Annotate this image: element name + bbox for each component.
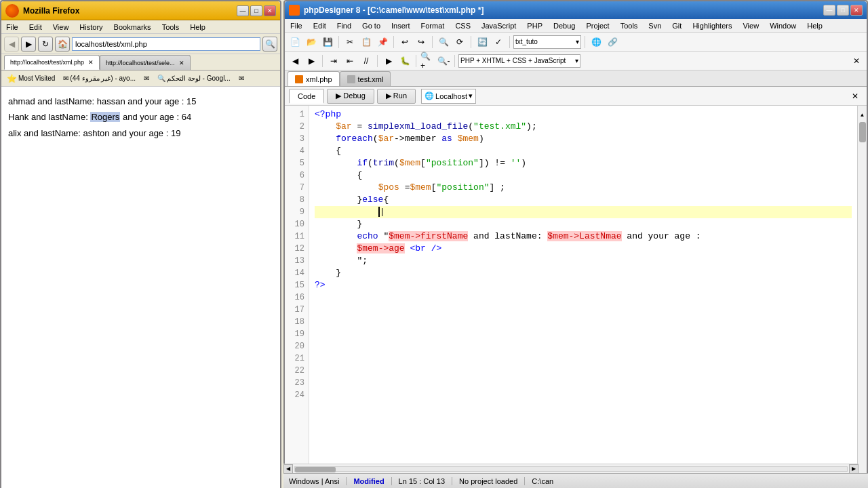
code-content[interactable]: <?php $ar = simplexml_load_file("test.xm… xyxy=(309,106,857,472)
email2-icon: ✉ xyxy=(144,75,149,82)
bookmark-email-1[interactable]: ✉ (44 غير مقروء) - ayo... xyxy=(60,72,138,85)
scroll-thumb-h[interactable] xyxy=(295,467,336,472)
php-menu-view[interactable]: View xyxy=(740,21,762,30)
paste-button[interactable]: 📌 xyxy=(375,35,390,49)
code-view-button[interactable]: Code xyxy=(289,89,324,104)
cut-button[interactable]: ✂ xyxy=(342,35,357,49)
php-close-button[interactable]: ✕ xyxy=(850,5,863,16)
close-panel-button[interactable]: ✕ xyxy=(849,54,864,68)
php-menu-help[interactable]: Help xyxy=(804,21,825,30)
find-button[interactable]: 🔍 xyxy=(436,35,451,49)
ff-tab-1[interactable]: http://localhost/test/xml.php ✕ xyxy=(4,55,100,70)
line-number-2: 2 xyxy=(289,121,304,133)
line-number-14: 14 xyxy=(289,267,304,279)
ff-tab-2-close[interactable]: ✕ xyxy=(179,60,184,66)
php-menu-php[interactable]: PHP xyxy=(524,21,545,30)
outdent-button[interactable]: ⇤ xyxy=(342,54,357,68)
php-menu-debug[interactable]: Debug xyxy=(551,21,578,30)
phpdesigner-statusbar: Windows | Ansi Modified Ln 15 : Col 13 N… xyxy=(283,473,868,488)
php-menu-insert[interactable]: Insert xyxy=(389,21,413,30)
code-line-1: <?php xyxy=(315,108,852,121)
php-menu-tools[interactable]: Tools xyxy=(618,21,641,30)
ff-tab-2[interactable]: http://localhost/test/sele... ✕ xyxy=(100,55,191,70)
horizontal-scrollbar[interactable]: ◀ ▶ xyxy=(283,464,859,473)
ff-maximize-button[interactable]: □ xyxy=(250,5,262,16)
php-menu-format[interactable]: Format xyxy=(418,21,448,30)
indent-button[interactable]: ⇥ xyxy=(326,54,341,68)
browser-button[interactable]: 🔗 xyxy=(605,35,620,49)
phpdesigner-title: phpDesigner 8 - [C:\camel\www\test\xml.p… xyxy=(304,5,823,15)
ff-minimize-button[interactable]: — xyxy=(237,5,249,16)
line-number-9: 9 xyxy=(289,206,304,218)
code-line-20: "; xyxy=(315,255,852,267)
php-menu-highlighters[interactable]: Highlighters xyxy=(690,21,734,30)
run-view-button[interactable]: ▶ Run xyxy=(377,89,416,104)
phpdesigner-toolbar1: 📄 📂 💾 ✂ 📋 📌 ↩ ↪ 🔍 ⟳ 🔄 ✓ txt_tuto ▾ 🌐 🔗 xyxy=(285,33,867,52)
ff-menu-history[interactable]: History xyxy=(77,22,104,32)
bookmark-email-3[interactable]: ✉ xyxy=(236,72,247,85)
php-menu-git[interactable]: Git xyxy=(669,21,684,30)
debug-button[interactable]: 🐛 xyxy=(397,54,412,68)
php-menu-file[interactable]: File xyxy=(288,21,305,30)
bookmark-email-2[interactable]: ✉ xyxy=(141,72,152,85)
php-menu-edit[interactable]: Edit xyxy=(311,21,329,30)
php-minimize-button[interactable]: — xyxy=(823,5,835,16)
ff-menu-file[interactable]: File xyxy=(4,22,20,32)
scroll-track[interactable] xyxy=(294,466,848,472)
run-script-button[interactable]: ▶ xyxy=(381,54,396,68)
bookmark-most-visited[interactable]: ⭐ Most Visited xyxy=(4,72,58,85)
zoom-out-button[interactable]: 🔍- xyxy=(436,54,451,68)
php-maximize-button[interactable]: □ xyxy=(837,5,849,16)
zoom-in-button[interactable]: 🔍+ xyxy=(420,54,435,68)
ff-menu-tools[interactable]: Tools xyxy=(160,22,182,32)
open-file-button[interactable]: 📂 xyxy=(304,35,319,49)
ftp-button[interactable]: 🌐 xyxy=(589,35,604,49)
line-number-7: 7 xyxy=(289,182,304,194)
php-menu-find[interactable]: Find xyxy=(334,21,354,30)
undo-button[interactable]: ↩ xyxy=(397,35,412,49)
ff-menu-view[interactable]: View xyxy=(51,22,71,32)
ff-home-button[interactable]: 🏠 xyxy=(55,37,70,52)
scroll-thumb[interactable] xyxy=(859,122,866,142)
new-file-button[interactable]: 📄 xyxy=(288,35,302,49)
refresh-button[interactable]: 🔄 xyxy=(475,35,490,49)
scroll-up-button[interactable]: ▲ xyxy=(855,107,867,122)
validate-button[interactable]: ✓ xyxy=(491,35,506,49)
redo-button[interactable]: ↪ xyxy=(414,35,429,49)
ff-menu-edit[interactable]: Edit xyxy=(27,22,44,32)
back-button[interactable]: ◀ xyxy=(288,54,302,68)
php-tab-xml[interactable]: xml.php xyxy=(288,71,340,86)
scroll-right-button[interactable]: ▶ xyxy=(849,464,859,474)
close-code-panel-button[interactable]: ✕ xyxy=(848,89,863,104)
ff-forward-button[interactable]: ▶ xyxy=(21,37,36,52)
php-menu-project[interactable]: Project xyxy=(583,21,612,30)
php-menu-css[interactable]: CSS xyxy=(452,21,473,30)
ff-back-button[interactable]: ◀ xyxy=(4,37,19,52)
ff-address-bar[interactable]: localhost/test/xml.php xyxy=(72,37,260,51)
bookmark-google[interactable]: 🔍 لوحة التحكم - Googl... xyxy=(155,72,233,85)
ff-menu-help[interactable]: Help xyxy=(188,22,208,32)
copy-button[interactable]: 📋 xyxy=(359,35,374,49)
forward-button[interactable]: ▶ xyxy=(304,54,319,68)
php-menu-javascript[interactable]: JavaScript xyxy=(479,21,519,30)
comment-button[interactable]: // xyxy=(359,54,374,68)
php-menu-svn[interactable]: Svn xyxy=(646,21,664,30)
php-menu-goto[interactable]: Go to xyxy=(359,21,383,30)
email3-icon: ✉ xyxy=(239,75,244,82)
ff-search-button[interactable]: 🔍 xyxy=(262,37,277,52)
ff-reload-button[interactable]: ↻ xyxy=(38,37,53,52)
toolbar-separator-6 xyxy=(585,36,585,48)
ff-tab-1-close[interactable]: ✕ xyxy=(88,59,94,66)
php-menu-window[interactable]: Window xyxy=(767,21,799,30)
function-dropdown[interactable]: txt_tuto ▾ xyxy=(513,35,581,49)
language-dropdown[interactable]: PHP + XHTML + CSS + JavaScript ▾ xyxy=(458,54,580,68)
localhost-button[interactable]: 🌐 Localhost ▾ xyxy=(421,89,476,104)
debug-view-button[interactable]: ▶ Debug xyxy=(327,89,374,104)
replace-button[interactable]: ⟳ xyxy=(452,35,467,49)
php-tab-testxml[interactable]: test.xml xyxy=(340,71,391,86)
ff-close-button[interactable]: ✕ xyxy=(264,5,276,16)
vertical-scrollbar[interactable]: ▲ xyxy=(857,106,867,472)
scroll-left-button[interactable]: ◀ xyxy=(283,464,293,474)
ff-menu-bookmarks[interactable]: Bookmarks xyxy=(112,22,153,32)
save-file-button[interactable]: 💾 xyxy=(320,35,335,49)
